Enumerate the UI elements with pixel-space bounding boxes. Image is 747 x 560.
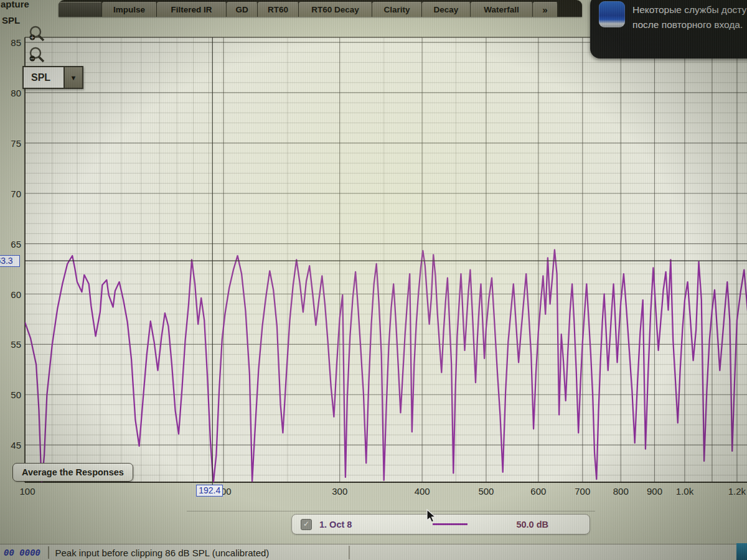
os-notification[interactable]: Некоторые службы доступ после повторного… [590,0,747,58]
cursor-spl-readout: 63.3 [0,255,20,267]
cursor-frequency-readout: 192.4 [196,485,223,497]
y-tick-label-60: 60 [0,289,21,300]
y-tick-label-50: 50 [0,390,21,400]
status-divider-2 [349,546,350,559]
trace-selector-dropdown[interactable]: SPL ▼ [22,66,83,89]
x-tick-label-700: 700 [575,486,590,497]
rew-app-window: apture SPL ImpulseFiltered IRGDRT60RT60 … [0,0,747,560]
x-tick-label-400: 400 [415,486,430,497]
y-tick-label-70: 70 [0,189,21,199]
x-tick-label-900: 900 [647,486,662,497]
spl-trace [25,250,747,485]
trace-name[interactable]: 1. Oct 8 [319,520,352,530]
notification-line1: Некоторые службы доступ [632,2,747,17]
trace-legend-bar: ✓ 1. Oct 8 50.0 dB [291,514,590,534]
input-level-counter: 00 0000 [4,548,40,558]
trace-color-sample [433,523,467,525]
x-tick-label-300: 300 [332,486,347,497]
x-tick-label-1.0k: 1.0k [676,486,693,497]
notification-text: Некоторые службы доступ после повторного… [632,2,747,32]
zoom-out-icon[interactable]: − [27,46,46,65]
svg-text:−: − [31,55,34,62]
mouse-pointer [426,509,437,526]
trace-cursor-value: 50.0 dB [516,520,548,530]
chevron-down-icon[interactable]: ▼ [63,67,82,88]
notification-line2: после повторного входа. [632,17,747,32]
status-bar: 00 0000 Peak input before clipping 86 dB… [0,544,747,560]
y-tick-label-85: 85 [0,37,21,48]
y-tick-label-65: 65 [0,239,21,250]
notification-app-icon [599,1,625,27]
x-tick-label-600: 600 [530,486,546,497]
x-tick-label-100: 100 [19,486,35,497]
y-tick-label-55: 55 [0,339,21,350]
screen-corner-artifact [736,543,747,560]
trace-visible-checkbox[interactable]: ✓ [301,519,312,530]
svg-text:+: + [31,34,34,41]
y-tick-label-45: 45 [0,440,21,450]
x-tick-label-800: 800 [613,486,629,497]
zoom-in-icon[interactable]: + [27,25,46,44]
status-divider [48,546,49,559]
y-tick-label-75: 75 [0,138,21,149]
x-tick-label-1.2k: 1.2k [728,486,746,497]
y-tick-label-80: 80 [0,88,21,98]
average-responses-button[interactable]: Average the Responses [12,463,133,482]
status-message: Peak input before clipping 86 dB SPL (un… [55,548,270,558]
trace-selector-value: SPL [24,67,63,88]
x-tick-label-500: 500 [478,486,494,497]
